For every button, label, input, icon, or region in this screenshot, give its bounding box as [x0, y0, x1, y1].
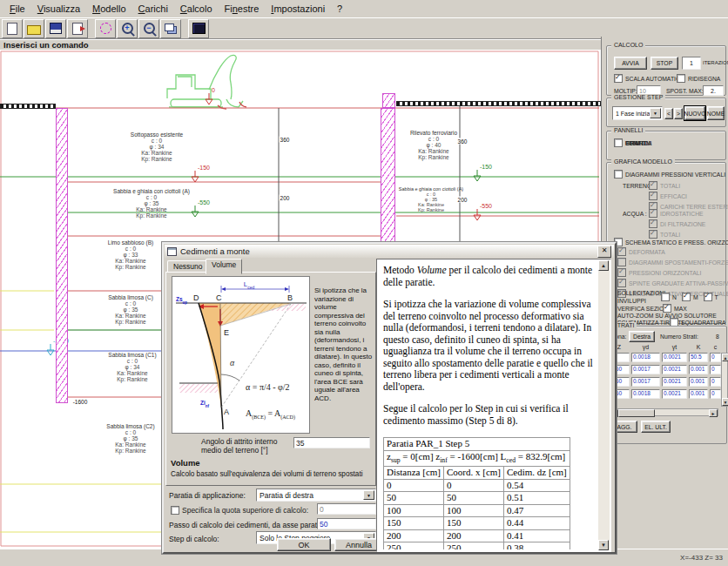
menu-finestre[interactable]: Finestre: [219, 2, 266, 16]
checkbox-box[interactable]: [663, 304, 671, 313]
el-ult-button[interactable]: EL. ULT.: [641, 421, 671, 433]
strati-cell[interactable]: 0.001: [689, 389, 708, 399]
arrow-right-icon[interactable]: ►: [709, 409, 718, 417]
strati-cell[interactable]: 0.0018: [631, 353, 660, 362]
zoom-out-button[interactable]: [138, 19, 159, 38]
tab-volume[interactable]: Volume: [206, 259, 242, 274]
checkbox-box[interactable]: [704, 293, 712, 301]
checkbox-box[interactable]: [661, 293, 670, 301]
zoom-in-button[interactable]: [117, 19, 138, 38]
avvia-button[interactable]: AVVIA: [614, 57, 647, 70]
strati-cell[interactable]: 0: [710, 377, 721, 387]
new-file-button[interactable]: [2, 19, 23, 38]
strati-cell[interactable]: 50.5: [689, 353, 708, 362]
scrollbar-thumb[interactable]: [618, 409, 655, 417]
arrow-down-icon[interactable]: ▼: [722, 398, 728, 406]
step-prev-button[interactable]: <: [664, 108, 673, 119]
step-next-button[interactable]: >: [674, 108, 683, 119]
checkbox-box[interactable]: [677, 74, 685, 83]
nuovo-button[interactable]: NUOVO: [684, 106, 705, 120]
save-button[interactable]: [45, 19, 66, 38]
checkbox-box: [617, 258, 626, 266]
application-window: FileVisualizzaModelloCarichiCalcoloFines…: [0, 0, 728, 566]
checkbox-box[interactable]: [171, 506, 179, 515]
menu-calcolo[interactable]: Calcolo: [174, 2, 219, 16]
method-document: Metodo Volume per il calcolo dei cedimen…: [379, 259, 597, 549]
export-button[interactable]: [67, 19, 88, 38]
strati-cell[interactable]: 0.0021: [662, 377, 687, 387]
chevron-down-icon[interactable]: ▼: [650, 108, 661, 118]
checkbox-box[interactable]: [614, 74, 623, 83]
soil-layer-property: Kp: Rankine: [399, 207, 463, 212]
dimension-label: 200: [280, 195, 291, 201]
strati-cell[interactable]: 0: [710, 389, 721, 399]
checkbox-t[interactable]: T: [704, 293, 718, 301]
strati-vertical-scrollbar[interactable]: ▲ ▼: [721, 353, 728, 407]
strati-horizontal-scrollbar[interactable]: ◄ ►: [609, 408, 718, 416]
checkbox-box[interactable]: [614, 170, 623, 179]
checkbox-label: SCALA AUTOMATICA: [625, 76, 684, 82]
dialog-titlebar[interactable]: Cedimenti a monte ✕: [165, 245, 614, 258]
checkbox-box[interactable]: [614, 138, 623, 147]
checkbox-label: IDROSTATICHE: [660, 211, 704, 217]
railway-track-symbol: [396, 101, 601, 106]
group-strati: STRATI Zona: Destra Numero Strati: 8 Zγd…: [605, 326, 727, 444]
dimension-label: -1600: [72, 399, 89, 405]
zona-button[interactable]: Destra: [629, 331, 655, 342]
table-cell: 50: [444, 492, 504, 505]
arrow-down-icon[interactable]: ▼: [598, 540, 609, 550]
angolo-attrito-input[interactable]: 35: [293, 437, 370, 448]
menu-help[interactable]: ?: [331, 2, 348, 16]
strati-cell[interactable]: 0.0018: [631, 389, 660, 399]
menu-file[interactable]: File: [3, 2, 31, 16]
strati-cell[interactable]: 0.0017: [631, 377, 660, 387]
checkbox-schema-statico-e-press-orizzontal[interactable]: SCHEMA STATICO E PRESS. ORIZZONTAL: [614, 238, 728, 246]
settlement-table: Paratia PAR_1 Step 5zsup = 0[cm] zinf = …: [383, 437, 570, 549]
strati-cell[interactable]: 0.0021: [662, 389, 687, 399]
quota-superiore-input[interactable]: 0: [317, 503, 376, 515]
menu-visualizza[interactable]: Visualizza: [31, 2, 86, 16]
strati-cell[interactable]: 0.0017: [631, 365, 660, 374]
elevation-label: -550: [198, 199, 210, 206]
menu-carichi[interactable]: Carichi: [132, 2, 174, 16]
strati-cell[interactable]: 0: [710, 365, 721, 374]
group-pannelli: PANNELLI GRAFICASTRATIPUNTONITIRANTI: [606, 131, 726, 160]
point-c: C: [216, 293, 222, 302]
table-cell: 0.51: [504, 492, 570, 505]
checkbox-label: SQUADRATURA: [681, 320, 726, 326]
open-folder-button[interactable]: [24, 19, 44, 38]
menu-impostazioni[interactable]: Impostazioni: [265, 2, 331, 16]
checkbox-diagrammi-pressioni-verticali[interactable]: DIAGRAMMI PRESSIONI VERTICALI: [614, 170, 725, 179]
document-scrollbar[interactable]: ▲ ▼: [598, 260, 610, 550]
paratia-select[interactable]: Paratia di destra ▼: [256, 489, 376, 502]
table-cell: 200: [444, 529, 504, 542]
strati-cell[interactable]: 0.0021: [662, 365, 687, 374]
arrow-up-icon[interactable]: ▲: [722, 354, 728, 361]
checkbox-scala-automatica[interactable]: SCALA AUTOMATICA: [614, 74, 684, 83]
step-select[interactable]: 1 Fase inizia ▼: [612, 106, 663, 120]
strati-cell[interactable]: 0.0021: [662, 353, 687, 362]
checkbox-tiranti[interactable]: TIRANTI: [614, 138, 648, 147]
render-button[interactable]: [188, 19, 209, 38]
checkbox-max[interactable]: MAX: [663, 304, 687, 313]
spost-max-input[interactable]: 2.: [703, 85, 724, 96]
checkbox-m[interactable]: M: [682, 293, 698, 301]
specifica-quota-checkbox[interactable]: Specifica la quota superiore di calcolo:: [171, 506, 308, 515]
cascade-windows-button[interactable]: [160, 19, 181, 38]
nome-button[interactable]: NOME: [707, 106, 725, 120]
checkbox-ridisegna[interactable]: RIDISEGNA: [677, 74, 720, 83]
checkbox-box[interactable]: [682, 293, 691, 301]
table-cell: 0: [444, 479, 504, 492]
strati-cell[interactable]: 0.001: [689, 377, 708, 387]
pan-button[interactable]: [95, 19, 116, 38]
close-icon[interactable]: ✕: [597, 246, 611, 258]
strati-cell[interactable]: 0.001: [689, 365, 708, 374]
menu-modello[interactable]: Modello: [86, 2, 132, 16]
arrow-up-icon[interactable]: ▲: [598, 260, 609, 271]
strati-cell[interactable]: 0: [710, 353, 721, 362]
checkbox-n[interactable]: N: [661, 293, 677, 301]
ok-button[interactable]: OK: [277, 538, 331, 551]
chevron-down-icon[interactable]: ▼: [363, 490, 374, 500]
passo-calcolo-input[interactable]: 50: [317, 518, 376, 529]
stop-button[interactable]: STOP: [650, 57, 678, 70]
